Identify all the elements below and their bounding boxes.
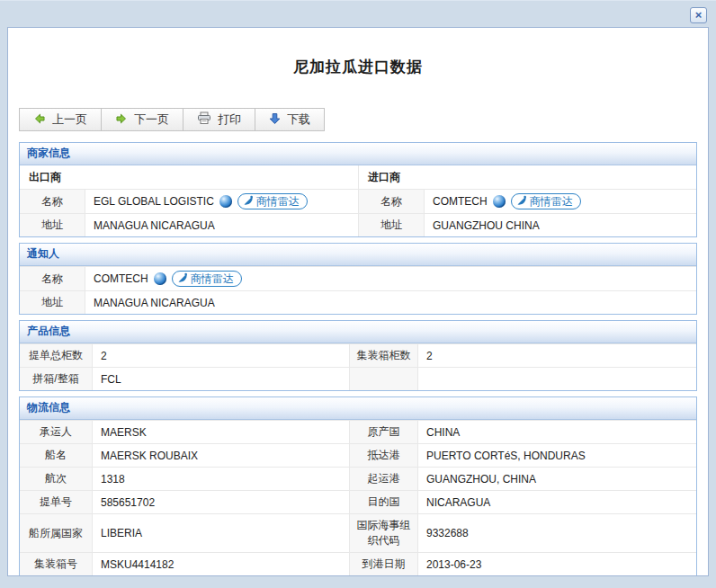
row-label: 抵达港 [349,444,418,467]
row-label: 航次 [20,468,93,490]
arrow-down-icon [269,112,281,128]
row-value: CHINA [418,421,696,443]
exporter-address-value: MANAGUA NICARAGUA [85,214,358,236]
row-value: PUERTO CORTéS, HONDURAS [418,444,696,467]
table-row: 拼箱/整箱 FCL [20,367,696,390]
page-title: 尼加拉瓜进口数据 [19,57,697,77]
radar-badge-label: 商情雷达 [530,194,573,209]
row-label: 船名 [20,444,93,467]
close-button[interactable]: × [690,7,707,23]
exporter-address-label: 地址 [20,214,85,236]
row-label: 提单总柜数 [20,344,93,367]
row-value: FCL [93,368,349,390]
table-row: 船名 MAERSK ROUBAIX 抵达港 PUERTO CORTéS, HON… [20,443,696,467]
globe-icon[interactable] [154,272,166,285]
radar-badge[interactable]: 商情雷达 [172,271,242,287]
prev-page-button[interactable]: 上一页 [19,108,102,131]
radar-badge-label: 商情雷达 [191,272,234,287]
arrow-left-icon [33,112,46,128]
print-button[interactable]: 打印 [183,108,255,131]
table-row: 提单总柜数 2 集装箱柜数 2 [20,343,696,367]
notify-name-label: 名称 [20,267,85,290]
row-value: MAERSK ROUBAIX [93,444,349,467]
radar-dish-icon [177,272,188,286]
row-value: 2 [418,344,696,367]
row-label: 船所属国家 [20,514,93,552]
row-value: GUANGZHOU, CHINA [418,468,696,490]
row-label: 到港日期 [349,553,418,575]
table-row: 地址 MANAGUA NICARAGUA [20,213,358,236]
row-label: 原产国 [349,421,418,443]
section-product-header: 产品信息 [20,321,696,343]
table-row: 名称 COMTECH 商情雷达 [20,266,696,290]
table-row: 提单号 585651702 目的国 NICARAGUA [20,490,696,513]
importer-subtitle: 进口商 [359,165,696,189]
section-logistics-info: 物流信息 承运人 MAERSK 原产国 CHINA 船名 MAERSK ROUB… [19,396,697,576]
section-notify-header: 通知人 [20,244,696,266]
next-page-button[interactable]: 下一页 [101,108,183,131]
print-label: 打印 [218,111,241,128]
exporter-name-label: 名称 [20,190,85,213]
row-value: 585651702 [93,491,349,513]
section-logistics-header: 物流信息 [20,397,696,420]
row-value: 1318 [93,468,349,490]
row-value: MAERSK [93,421,349,443]
table-row: 承运人 MAERSK 原产国 CHINA [20,420,696,443]
row-label: 拼箱/整箱 [20,368,93,390]
dialog-titlebar: × [0,0,716,27]
row-label: 起运港 [349,468,418,490]
row-label: 集装箱柜数 [349,344,418,367]
importer-address-value: GUANGZHOU CHINA [425,214,696,236]
notify-address-label: 地址 [20,291,85,314]
next-page-label: 下一页 [134,111,169,128]
globe-icon[interactable] [493,195,506,208]
row-label: 目的国 [349,491,418,513]
exporter-subtitle: 出口商 [20,165,358,189]
table-row: 船所属国家 LIBERIA 国际海事组织代码 9332688 [20,513,696,552]
row-value [418,368,696,390]
row-value: 2 [93,344,349,367]
section-merchant-info: 商家信息 出口商 名称 EGL GLOBAL LOGISTIC [19,142,697,237]
row-label: 国际海事组织代码 [349,514,418,552]
printer-icon [197,111,211,128]
row-value: 2013-06-23 [418,553,696,575]
row-value: 9332688 [418,514,696,552]
download-label: 下载 [287,111,310,128]
importer-block: 进口商 名称 COMTECH [358,165,696,236]
radar-badge-label: 商情雷达 [256,194,300,209]
table-row: 地址 MANAGUA NICARAGUA [20,290,696,314]
table-row: 集装箱号 MSKU4414182 到港日期 2013-06-23 [20,552,696,575]
row-label: 提单号 [20,491,93,513]
toolbar: 上一页 下一页 打印 [19,108,697,131]
table-row: 名称 COMTECH 商情 [359,189,696,213]
radar-dish-icon [243,195,254,209]
globe-icon[interactable] [219,195,232,208]
importer-name-value: COMTECH [433,195,488,208]
row-value: MSKU4414182 [93,553,349,575]
table-row: 地址 GUANGZHOU CHINA [359,213,696,236]
section-merchant-header: 商家信息 [20,143,696,165]
row-value: LIBERIA [93,514,349,552]
row-value: NICARAGUA [418,491,696,513]
dialog-body: 尼加拉瓜进口数据 上一页 下一页 [7,27,709,576]
radar-badge[interactable]: 商情雷达 [511,193,581,209]
row-label [349,368,418,390]
importer-name-label: 名称 [359,190,425,213]
notify-address-value: MANAGUA NICARAGUA [85,291,696,314]
row-label: 承运人 [20,421,93,443]
arrow-right-icon [115,112,128,128]
prev-page-label: 上一页 [52,111,87,128]
exporter-name-value: EGL GLOBAL LOGISTIC [94,195,214,208]
radar-badge[interactable]: 商情雷达 [237,193,308,209]
section-notify-party: 通知人 名称 COMTECH 商情雷达 [19,243,697,315]
row-label: 集装箱号 [20,553,93,575]
table-row: 航次 1318 起运港 GUANGZHOU, CHINA [20,467,696,490]
importer-address-label: 地址 [359,214,425,236]
section-product-info: 产品信息 提单总柜数 2 集装箱柜数 2 拼箱/整箱 FCL [19,320,697,391]
exporter-block: 出口商 名称 EGL GLOBAL LOGISTIC [20,165,358,236]
radar-dish-icon [516,195,527,209]
notify-name-value: COMTECH [94,272,148,285]
download-button[interactable]: 下载 [255,108,325,131]
table-row: 名称 EGL GLOBAL LOGISTIC [20,189,358,213]
